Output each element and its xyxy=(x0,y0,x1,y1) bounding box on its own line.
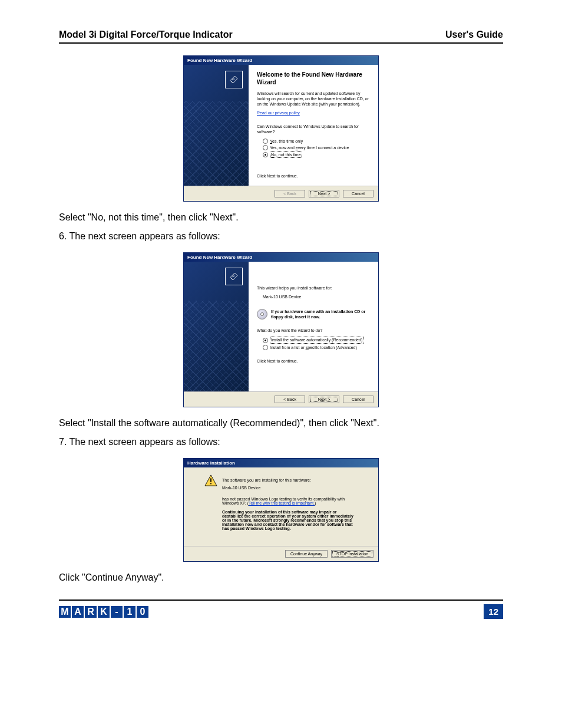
page-header: Model 3i Digital Force/Torque Indicator … xyxy=(59,29,503,44)
dialog-hardware-wizard-1: Found New Hardware Wizard Welcome to the… xyxy=(183,55,379,202)
radio-label: Install the software automatically (Reco… xyxy=(270,337,363,343)
logo-char: - xyxy=(111,606,123,618)
device-name: Mark-10 USB Device xyxy=(263,294,370,299)
next-button[interactable]: Next > xyxy=(309,190,339,197)
radio-icon xyxy=(263,345,268,350)
logo-char: A xyxy=(72,606,84,618)
continue-anyway-button[interactable]: Continue Anyway xyxy=(285,550,328,558)
cancel-button[interactable]: Cancel xyxy=(343,396,373,403)
svg-rect-1 xyxy=(210,483,211,485)
instruction-text: 6. The next screen appears as follows: xyxy=(59,231,503,242)
instruction-text: Select "Install the software automatical… xyxy=(59,418,503,429)
radio-yes-once[interactable]: Yes, this time only xyxy=(263,139,370,144)
dialog-heading: Welcome to the Found New Hardware Wizard xyxy=(257,71,370,86)
cancel-button[interactable]: Cancel xyxy=(343,190,373,197)
dialog-hardware-installation: Hardware Installation The software you a… xyxy=(183,458,379,562)
dialog-button-row: < Back Next > Cancel xyxy=(184,186,378,201)
svg-rect-0 xyxy=(210,478,211,482)
cd-icon xyxy=(257,309,267,319)
warn-line1: The software you are installing for this… xyxy=(222,478,358,482)
dialog-sidebar-graphic xyxy=(184,65,249,186)
next-button[interactable]: Next > xyxy=(309,396,339,403)
warn-bold-para: Continuing your installation of this sof… xyxy=(222,510,358,531)
dialog-sidebar-graphic xyxy=(184,262,249,391)
stop-installation-button[interactable]: STOP Installation xyxy=(331,550,373,558)
instruction-text: Click "Continue Anyway". xyxy=(59,572,503,583)
radio-icon xyxy=(263,338,268,343)
privacy-link[interactable]: Read our privacy policy xyxy=(257,111,300,115)
back-button[interactable]: < Back xyxy=(275,396,305,403)
dialog-question: What do you want the wizard to do? xyxy=(257,328,370,333)
dialog-titlebar: Hardware Installation xyxy=(184,459,378,467)
dialog-titlebar: Found New Hardware Wizard xyxy=(184,253,378,262)
dialog-intro-text: This wizard helps you install software f… xyxy=(257,285,370,291)
radio-icon xyxy=(263,139,268,144)
dialog-hardware-wizard-2: Found New Hardware Wizard This wizard he… xyxy=(183,252,379,407)
logo-test-link[interactable]: Tell me why this testing is important. xyxy=(249,501,315,505)
hardware-icon xyxy=(225,71,243,88)
logo-char: 0 xyxy=(137,606,148,618)
header-left: Model 3i Digital Force/Torque Indicator xyxy=(59,29,233,40)
cd-hint-row: If your hardware came with an installati… xyxy=(257,309,370,319)
dialog-button-row: Continue Anyway STOP Installation xyxy=(184,546,378,561)
instruction-text: 7. The next screen appears as follows: xyxy=(59,437,503,447)
logo-char: R xyxy=(85,606,97,618)
radio-icon xyxy=(263,145,268,150)
warning-icon xyxy=(204,475,217,486)
radio-specific-location[interactable]: Install from a list or specific location… xyxy=(263,345,370,350)
cd-hint-text: If your hardware came with an installati… xyxy=(271,309,370,319)
radio-yes-always[interactable]: Yes, now and every time I connect a devi… xyxy=(263,145,370,150)
page-number: 12 xyxy=(484,604,503,619)
dialog-intro-text: Windows will search for current and upda… xyxy=(257,91,370,107)
radio-no[interactable]: No, not this time xyxy=(263,151,370,158)
back-button: < Back xyxy=(275,190,305,197)
logo-char: 1 xyxy=(124,606,135,618)
device-name: Mark-10 USB Device xyxy=(222,486,358,490)
dialog-button-row: < Back Next > Cancel xyxy=(184,391,378,407)
mark-10-logo: M A R K - 1 0 xyxy=(59,606,148,618)
radio-icon xyxy=(263,152,268,157)
header-right: User's Guide xyxy=(445,29,503,40)
instruction-text: Select "No, not this time", then click "… xyxy=(59,212,503,223)
logo-char: K xyxy=(98,606,110,618)
dialog-question: Can Windows connect to Windows Update to… xyxy=(257,124,370,134)
dialog-next-prompt: Click Next to continue. xyxy=(257,358,370,364)
logo-test-line: has not passed Windows Logo testing to v… xyxy=(222,497,358,505)
radio-auto-install[interactable]: Install the software automatically (Reco… xyxy=(263,337,370,343)
dialog-titlebar: Found New Hardware Wizard xyxy=(184,56,378,65)
page-footer: M A R K - 1 0 12 xyxy=(59,599,503,619)
hardware-icon xyxy=(225,268,243,285)
dialog-next-prompt: Click Next to continue. xyxy=(257,173,370,179)
logo-char: M xyxy=(59,606,71,618)
